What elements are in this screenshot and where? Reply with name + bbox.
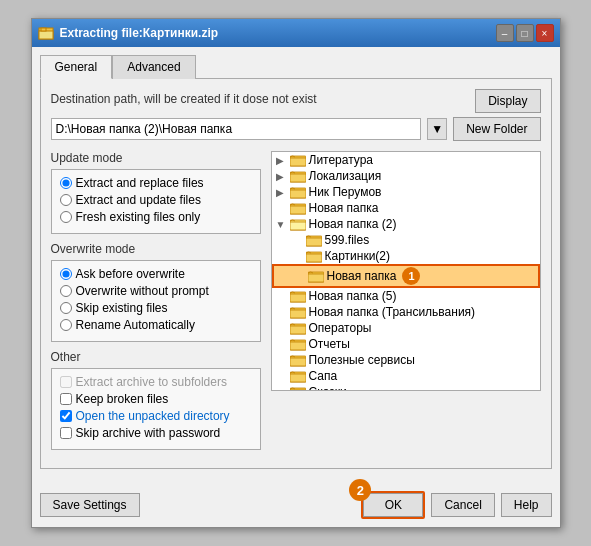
tree-item[interactable]: Новая папка1 <box>272 264 540 288</box>
right-panel: ▶ Литература▶ Локализация▶ Ник Перумов Н… <box>271 151 541 458</box>
radio-skip-existing-label: Skip existing files <box>76 301 168 315</box>
display-button[interactable]: Display <box>475 89 540 113</box>
folder-icon <box>290 217 306 231</box>
save-settings-button[interactable]: Save Settings <box>40 493 140 517</box>
svg-rect-28 <box>290 358 306 366</box>
radio-extract-update-label: Extract and update files <box>76 193 201 207</box>
tab-advanced[interactable]: Advanced <box>112 55 195 79</box>
tree-item-label: Операторы <box>309 321 372 335</box>
svg-rect-31 <box>290 388 306 391</box>
new-folder-button[interactable]: New Folder <box>453 117 540 141</box>
tree-item[interactable]: ▶ Локализация <box>272 168 540 184</box>
other-group: Extract archive to subfolders Keep broke… <box>51 368 261 450</box>
cb-open-unpacked-input[interactable] <box>60 410 72 422</box>
window-title: Extracting file:Картинки.zip <box>60 26 219 40</box>
radio-overwrite-prompt: Overwrite without prompt <box>60 284 252 298</box>
tree-item-label: Ник Перумов <box>309 185 382 199</box>
app-icon <box>38 25 54 41</box>
cb-keep-broken-input[interactable] <box>60 393 72 405</box>
destination-dropdown[interactable]: ▼ <box>427 118 447 140</box>
svg-rect-26 <box>290 342 306 350</box>
folder-icon <box>308 269 324 283</box>
cancel-button[interactable]: Cancel <box>431 493 494 517</box>
tree-item[interactable]: Сказки <box>272 384 540 391</box>
tree-item-label: Отчеты <box>309 337 350 351</box>
help-button[interactable]: Help <box>501 493 552 517</box>
cb-open-unpacked-label: Open the unpacked directory <box>76 409 230 423</box>
tree-item[interactable]: Новая папка (5) <box>272 288 540 304</box>
tree-arrow-icon: ▶ <box>276 155 290 166</box>
tree-item-label: Сказки <box>309 385 347 391</box>
destination-input[interactable] <box>51 118 422 140</box>
tree-item-label: Новая папка (2) <box>309 217 397 231</box>
svg-rect-32 <box>290 390 306 391</box>
svg-rect-10 <box>290 206 306 214</box>
tabs: General Advanced <box>40 55 552 79</box>
radio-extract-replace-input[interactable] <box>60 177 72 189</box>
svg-rect-1 <box>39 31 53 39</box>
radio-skip-existing-input[interactable] <box>60 302 72 314</box>
radio-fresh-only-input[interactable] <box>60 211 72 223</box>
destination-label: Destination path, will be created if it … <box>51 92 317 106</box>
folder-icon <box>290 185 306 199</box>
cb-skip-password-input[interactable] <box>60 427 72 439</box>
radio-rename-auto-label: Rename Automatically <box>76 318 195 332</box>
tree-item[interactable]: ▶ Литература <box>272 152 540 168</box>
left-panel: Update mode Extract and replace files Ex… <box>51 151 261 458</box>
other-label: Other <box>51 350 261 364</box>
tree-item[interactable]: Новая папка (Трансильвания) <box>272 304 540 320</box>
tree-item[interactable]: ▼ Новая папка (2) <box>272 216 540 232</box>
tree-item[interactable]: Сапа <box>272 368 540 384</box>
folder-icon <box>290 337 306 351</box>
tree-item[interactable]: Новая папка <box>272 200 540 216</box>
main-window: Extracting file:Картинки.zip – □ × Gener… <box>31 18 561 528</box>
radio-ask-overwrite-label: Ask before overwrite <box>76 267 185 281</box>
tree-item-label: Новая папка <box>327 269 397 283</box>
folder-icon <box>290 201 306 215</box>
ok-button[interactable]: OK <box>363 493 423 517</box>
overwrite-mode-label: Overwrite mode <box>51 242 261 256</box>
cb-extract-subfolders-input[interactable] <box>60 376 72 388</box>
folder-icon <box>290 289 306 303</box>
tree-item[interactable]: Картинки(2) <box>272 248 540 264</box>
tree-arrow-icon: ▶ <box>276 171 290 182</box>
close-button[interactable]: × <box>536 24 554 42</box>
radio-extract-update: Extract and update files <box>60 193 252 207</box>
tree-item-label: Новая папка <box>309 201 379 215</box>
folder-icon <box>290 169 306 183</box>
radio-extract-replace-label: Extract and replace files <box>76 176 204 190</box>
tree-item[interactable]: Отчеты <box>272 336 540 352</box>
maximize-button[interactable]: □ <box>516 24 534 42</box>
svg-rect-14 <box>306 238 322 246</box>
tab-general[interactable]: General <box>40 55 113 79</box>
radio-rename-auto: Rename Automatically <box>60 318 252 332</box>
main-area: Update mode Extract and replace files Ex… <box>51 151 541 458</box>
svg-rect-22 <box>290 310 306 318</box>
tree-item[interactable]: Полезные сервисы <box>272 352 540 368</box>
radio-skip-existing: Skip existing files <box>60 301 252 315</box>
title-bar-left: Extracting file:Картинки.zip <box>38 25 219 41</box>
radio-extract-update-input[interactable] <box>60 194 72 206</box>
tree-item-label: Сапа <box>309 369 338 383</box>
folder-tree[interactable]: ▶ Литература▶ Локализация▶ Ник Перумов Н… <box>271 151 541 391</box>
tree-item[interactable]: ▶ Ник Перумов <box>272 184 540 200</box>
radio-overwrite-prompt-label: Overwrite without prompt <box>76 284 209 298</box>
radio-ask-overwrite-input[interactable] <box>60 268 72 280</box>
radio-fresh-only-label: Fresh existing files only <box>76 210 201 224</box>
radio-extract-replace: Extract and replace files <box>60 176 252 190</box>
window-content: General Advanced Destination path, will … <box>32 47 560 477</box>
radio-rename-auto-input[interactable] <box>60 319 72 331</box>
svg-rect-6 <box>290 174 306 182</box>
cb-skip-password-label: Skip archive with password <box>76 426 221 440</box>
tree-item-label: Полезные сервисы <box>309 353 415 367</box>
radio-overwrite-prompt-input[interactable] <box>60 285 72 297</box>
minimize-button[interactable]: – <box>496 24 514 42</box>
tab-content-general: Destination path, will be created if it … <box>40 78 552 469</box>
svg-rect-30 <box>290 374 306 382</box>
overwrite-mode-group: Ask before overwrite Overwrite without p… <box>51 260 261 342</box>
cb-keep-broken-label: Keep broken files <box>76 392 169 406</box>
tree-item[interactable]: 599.files <box>272 232 540 248</box>
tree-item[interactable]: Операторы <box>272 320 540 336</box>
update-mode-label: Update mode <box>51 151 261 165</box>
tree-item-label: Литература <box>309 153 374 167</box>
